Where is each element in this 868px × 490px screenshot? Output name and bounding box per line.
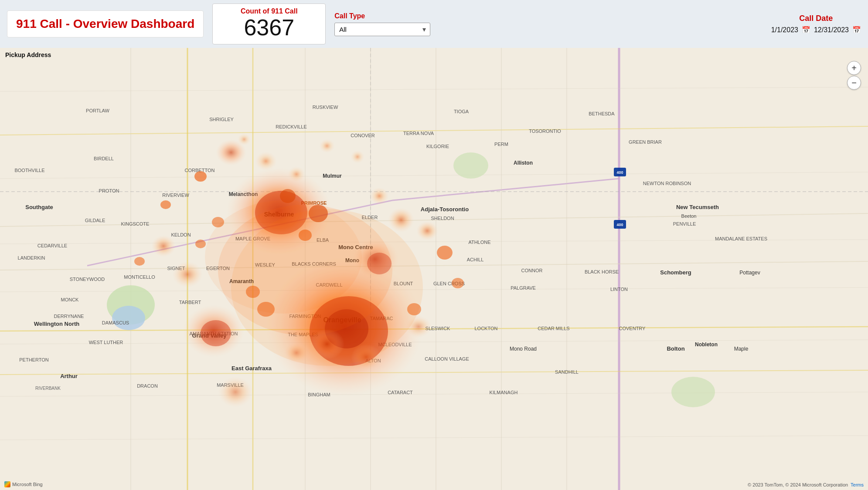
- bing-logo: Microsoft Bing: [4, 481, 43, 487]
- svg-text:Beeton: Beeton: [681, 213, 697, 219]
- svg-text:LINTON: LINTON: [610, 287, 628, 292]
- svg-text:TIOGA: TIOGA: [454, 109, 469, 114]
- svg-text:TOSORONTIO: TOSORONTIO: [529, 128, 561, 134]
- zoom-in-button[interactable]: +: [847, 61, 861, 75]
- bing-label: Microsoft Bing: [12, 482, 43, 487]
- svg-text:400: 400: [616, 170, 623, 175]
- svg-text:LANDERKIN: LANDERKIN: [18, 255, 45, 260]
- count-box: Count of 911 Call 6367: [212, 3, 326, 44]
- call-date-label: Call Date: [771, 14, 861, 23]
- svg-text:TARBERT: TARBERT: [179, 300, 201, 305]
- svg-text:Mono Road: Mono Road: [510, 346, 537, 352]
- svg-point-144: [238, 133, 251, 145]
- svg-text:LOCKTON: LOCKTON: [475, 326, 498, 331]
- svg-point-151: [405, 316, 432, 338]
- svg-text:Alliston: Alliston: [514, 160, 533, 166]
- svg-text:DERRYNANE: DERRYNANE: [54, 314, 84, 319]
- svg-text:Nobleton: Nobleton: [695, 341, 718, 348]
- svg-text:400: 400: [616, 223, 623, 227]
- svg-text:PORTLAW: PORTLAW: [86, 108, 109, 113]
- svg-text:BIRDELL: BIRDELL: [94, 156, 114, 161]
- svg-text:DRACON: DRACON: [137, 383, 158, 389]
- svg-point-134: [201, 320, 231, 346]
- svg-point-141: [255, 152, 277, 171]
- svg-text:CALLOON VILLAGE: CALLOON VILLAGE: [425, 356, 469, 362]
- svg-text:WEST LUTHER: WEST LUTHER: [89, 340, 123, 345]
- bing-logo-icon: [4, 481, 10, 487]
- svg-text:CEDAR MILLS: CEDAR MILLS: [538, 326, 569, 331]
- svg-text:PERM: PERM: [494, 142, 508, 147]
- svg-text:NEWTON ROBINSON: NEWTON ROBINSON: [643, 181, 691, 186]
- svg-point-163: [195, 240, 206, 248]
- svg-text:CATARACT: CATARACT: [388, 390, 413, 395]
- svg-point-149: [283, 342, 310, 364]
- call-type-select-wrapper: All Medical Fire Police Other: [334, 23, 430, 36]
- svg-text:Schomberg: Schomberg: [660, 269, 691, 276]
- map-svg: 400 400 PORTLAW RUSKVIEW TIOGA BETHESDA …: [0, 48, 868, 490]
- svg-text:CEDARVILLE: CEDARVILLE: [37, 243, 67, 248]
- svg-text:Maple: Maple: [734, 346, 749, 352]
- svg-text:East Garafraxa: East Garafraxa: [231, 365, 272, 372]
- svg-point-155: [134, 257, 145, 266]
- svg-text:COVENTRY: COVENTRY: [619, 326, 646, 331]
- svg-point-157: [437, 246, 453, 260]
- svg-point-147: [367, 253, 391, 274]
- svg-text:Arthur: Arthur: [60, 373, 78, 379]
- svg-text:STONEYWOOD: STONEYWOOD: [70, 277, 105, 282]
- svg-text:RUSKVIEW: RUSKVIEW: [313, 105, 338, 110]
- svg-point-136: [388, 208, 414, 232]
- svg-point-138: [370, 187, 389, 205]
- svg-text:KILGORIE: KILGORIE: [426, 144, 449, 149]
- svg-point-150: [351, 344, 381, 370]
- svg-text:CONNOR: CONNOR: [521, 268, 543, 273]
- call-type-label: Call Type: [334, 12, 430, 20]
- svg-text:SANDHILL: SANDHILL: [555, 369, 579, 375]
- svg-text:SHELDON: SHELDON: [431, 216, 454, 221]
- date-filter: Call Date 1/1/2023 📅 12/31/2023 📅: [771, 14, 861, 34]
- start-date: 1/1/2023: [771, 26, 798, 34]
- svg-text:Wellington North: Wellington North: [34, 321, 80, 327]
- svg-text:BOOTHVILLE: BOOTHVILLE: [14, 168, 44, 173]
- svg-text:ACHILL: ACHILL: [467, 257, 484, 262]
- svg-point-164: [309, 205, 328, 222]
- svg-point-139: [151, 235, 176, 257]
- svg-point-137: [416, 221, 438, 240]
- date-inputs: 1/1/2023 📅 12/31/2023 📅: [771, 26, 861, 34]
- svg-text:TERRA NOVA: TERRA NOVA: [403, 131, 434, 136]
- svg-point-160: [257, 302, 275, 317]
- map-container: Pickup Address: [0, 48, 868, 490]
- svg-text:MONCK: MONCK: [61, 297, 79, 302]
- svg-point-148: [310, 329, 344, 359]
- svg-text:PENVILLE: PENVILLE: [673, 221, 696, 226]
- svg-text:BLACK HORSE: BLACK HORSE: [585, 269, 619, 274]
- svg-point-159: [407, 303, 421, 315]
- call-type-filter: Call Type All Medical Fire Police Other: [334, 12, 430, 36]
- terms-link[interactable]: Terms: [851, 482, 864, 487]
- call-type-select[interactable]: All Medical Fire Police Other: [334, 23, 430, 36]
- zoom-out-button[interactable]: −: [847, 76, 861, 90]
- svg-point-142: [288, 166, 305, 182]
- copyright-text: © 2023 TomTom, © 2024 Microsoft Corporat…: [748, 482, 848, 487]
- map-copyright: © 2023 TomTom, © 2024 Microsoft Corporat…: [748, 482, 864, 487]
- svg-point-145: [351, 150, 364, 163]
- end-date-calendar-icon[interactable]: 📅: [852, 26, 861, 34]
- svg-text:Pottagev: Pottagev: [739, 270, 760, 276]
- svg-point-132: [205, 200, 362, 314]
- svg-point-162: [212, 217, 224, 227]
- svg-point-165: [280, 189, 296, 203]
- map-controls: + −: [847, 61, 861, 90]
- svg-point-30: [112, 306, 145, 330]
- svg-text:DAMASCUS: DAMASCUS: [102, 320, 129, 325]
- svg-text:REDICKVILLE: REDICKVILLE: [276, 124, 307, 129]
- svg-point-143: [319, 139, 335, 153]
- count-value: 6367: [226, 15, 312, 40]
- start-date-calendar-icon[interactable]: 📅: [802, 26, 810, 34]
- svg-text:KELDON: KELDON: [171, 232, 191, 237]
- end-date: 12/31/2023: [814, 26, 849, 34]
- svg-point-152: [218, 377, 253, 407]
- svg-text:CONOVER: CONOVER: [351, 133, 375, 138]
- svg-text:KINGSCOTE: KINGSCOTE: [121, 221, 150, 226]
- svg-text:PALGRAVE: PALGRAVE: [511, 285, 536, 291]
- svg-text:Southgate: Southgate: [25, 204, 53, 210]
- svg-text:New Tecumseth: New Tecumseth: [676, 204, 719, 210]
